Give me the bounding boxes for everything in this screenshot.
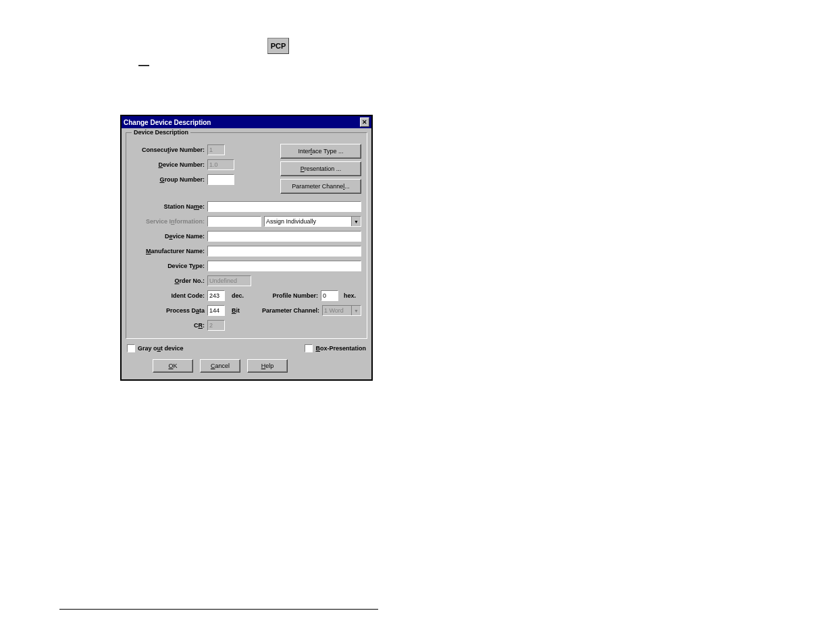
label-cr: CR: [132,322,207,329]
row-cr: CR: 2 [132,319,361,331]
select-service-value: Assign Individually [266,218,316,225]
dialog-frame: Change Device Description ✕ Device Descr… [120,115,373,381]
label-device-name: Device Name: [132,233,207,240]
input-order-no: Undefined [207,275,251,286]
label-device-number: Device Number: [132,161,207,168]
label-device-type: Device Type: [132,263,207,269]
dialog: Change Device Description ✕ Device Descr… [122,116,371,379]
label-ident-code: Ident Code: [132,292,207,299]
ok-button[interactable]: OK [153,359,193,373]
row-order-no: Order No.: Undefined [132,275,361,287]
bottom-row: Gray out device Box-Presentation [126,343,367,354]
page: PCP — Change Device Description ✕ Device… [0,0,834,644]
box-presentation-checkbox[interactable]: Box-Presentation [305,344,366,352]
unit-bit: Bit [226,307,245,314]
cancel-button[interactable]: Cancel [200,359,240,373]
label-process-data: Process Data [132,307,207,314]
titlebar: Change Device Description ✕ [122,116,371,128]
label-service-info: Service Information: [132,218,207,225]
help-button[interactable]: Help [247,359,288,373]
row-group-number: Group Number: [132,173,273,186]
gray-out-checkbox[interactable]: Gray out device [127,344,184,352]
label-param-channel: Parameter Channel: [258,307,322,314]
input-process-data[interactable]: 144 [207,305,225,316]
label-order-no: Order No.: [132,277,207,284]
label-group-number: Group Number: [132,176,207,183]
label-consecutive: Consecutive Number: [132,146,207,153]
row-service-info: Service Information: Assign Individually… [132,215,361,227]
input-ident-code[interactable]: 243 [207,290,225,301]
presentation-button[interactable]: Presentation ... [280,161,361,176]
close-icon: ✕ [362,119,367,126]
input-profile-number[interactable]: 0 [321,290,338,301]
input-station-name[interactable] [207,201,361,212]
select-param-channel: 1 Word ▼ [322,305,361,316]
unit-dec: dec. [226,292,249,299]
row-consecutive: Consecutive Number: 1 [132,144,273,156]
input-cr: 2 [207,320,225,331]
row-process-data: Process Data 144 Bit Parameter Channel: … [132,304,361,317]
input-consecutive: 1 [207,144,225,155]
label-station-name: Station Name: [132,203,207,210]
row-device-name: Device Name: [132,230,361,242]
input-device-number: 1.0 [207,159,234,170]
select-service-info[interactable]: Assign Individually ▼ [264,216,361,227]
dialog-body: Device Description Consecutive Number: 1… [122,128,371,379]
button-row: OK Cancel Help [126,354,367,375]
row-device-type: Device Type: [132,260,361,272]
footer-rule [59,609,378,610]
select-param-value: 1 Word [324,307,344,314]
close-button[interactable]: ✕ [360,117,369,127]
unit-hex: hex. [338,292,361,299]
input-group-number[interactable] [207,174,234,185]
checkbox-box [305,344,313,352]
checkbox-box [127,344,135,352]
row-ident-code: Ident Code: 243 dec. Profile Number: 0 h… [132,290,361,302]
dash-mark: — [138,59,149,72]
gray-out-label: Gray out device [138,345,184,352]
label-profile-number: Profile Number: [267,292,321,299]
dialog-title: Change Device Description [124,119,211,126]
input-device-type[interactable] [207,261,361,271]
input-manufacturer[interactable] [207,246,361,257]
row-device-number: Device Number: 1.0 [132,159,273,171]
input-service-info[interactable] [207,216,261,227]
left-column: Consecutive Number: 1 Device Number: 1.0… [132,144,273,194]
parameter-channel-button[interactable]: Parameter Channel ... [280,179,361,194]
top-area: Consecutive Number: 1 Device Number: 1.0… [132,144,361,194]
box-presentation-label: Box-Presentation [315,345,366,352]
label-manufacturer: Manufacturer Name: [132,248,207,254]
row-station-name: Station Name: [132,200,361,213]
chevron-down-icon: ▼ [351,217,361,226]
group-legend: Device Description [132,129,190,136]
row-manufacturer: Manufacturer Name: [132,245,361,257]
device-description-group: Device Description Consecutive Number: 1… [126,132,367,339]
interface-type-button[interactable]: Interface Type ... [280,144,361,159]
right-column: Interface Type ... Presentation ... Para… [280,144,361,194]
pcp-tag: PCP [267,38,289,54]
chevron-down-icon: ▼ [351,306,361,315]
input-device-name[interactable] [207,231,361,242]
